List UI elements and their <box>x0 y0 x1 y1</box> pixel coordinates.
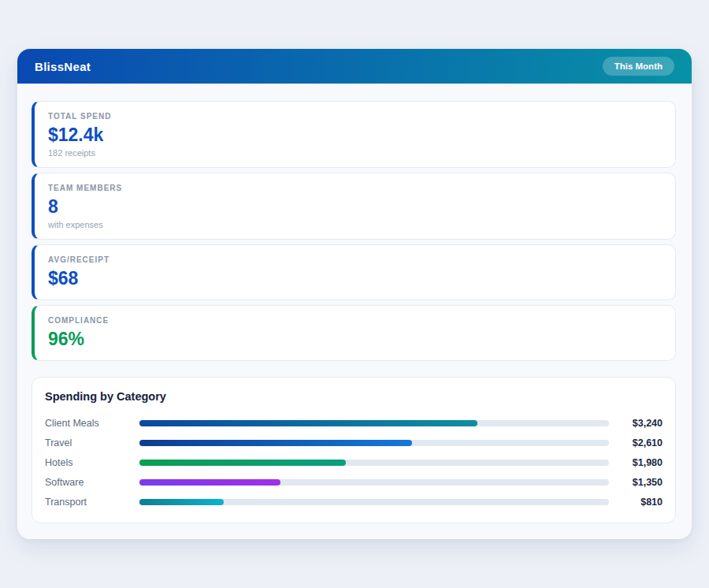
chart-row: Transport $810 <box>45 492 663 512</box>
stat-label: AVG/RECEIPT <box>48 255 662 264</box>
app-title: BlissNeat <box>35 60 91 73</box>
category-value: $3,240 <box>609 418 663 429</box>
dashboard-panel: BlissNeat This Month TOTAL SPEND $12.4k … <box>17 49 692 539</box>
category-value: $1,350 <box>609 477 663 488</box>
app-header: BlissNeat This Month <box>17 49 692 84</box>
bar-track <box>139 460 609 466</box>
category-value: $810 <box>609 497 663 508</box>
bar-fill <box>139 420 477 426</box>
stat-label: TEAM MEMBERS <box>48 184 662 192</box>
month-filter-badge[interactable]: This Month <box>603 57 674 76</box>
category-label: Travel <box>45 437 139 448</box>
chart-row: Hotels $1,980 <box>45 452 663 472</box>
dashboard-body: TOTAL SPEND $12.4k 182 receipts TEAM MEM… <box>17 84 692 539</box>
chart-row: Travel $2,610 <box>45 433 663 452</box>
category-value: $1,980 <box>609 457 663 468</box>
stat-card: TOTAL SPEND $12.4k 182 receipts <box>32 101 676 168</box>
spending-chart-card: Spending by Category Client Meals $3,240… <box>32 377 676 523</box>
category-label: Client Meals <box>45 418 139 429</box>
category-label: Software <box>45 477 139 488</box>
bar-fill <box>139 479 280 486</box>
category-label: Hotels <box>45 457 139 468</box>
bar-track <box>139 440 609 446</box>
chart-row: Client Meals $3,240 <box>45 413 663 433</box>
category-label: Transport <box>45 497 139 508</box>
category-value: $2,610 <box>609 437 663 448</box>
stat-card: AVG/RECEIPT $68 <box>32 244 676 300</box>
chart-title: Spending by Category <box>45 390 663 403</box>
stat-card: COMPLIANCE 96% <box>32 305 676 361</box>
bar-track <box>139 420 609 426</box>
stat-value: $68 <box>48 266 662 290</box>
stat-label: TOTAL SPEND <box>48 112 662 121</box>
bar-fill <box>139 499 224 505</box>
stat-subtext: with expenses <box>48 220 662 229</box>
stat-value: 8 <box>48 195 662 218</box>
bar-track <box>139 479 609 486</box>
stat-value: 96% <box>48 327 662 351</box>
chart-row: Software $1,350 <box>45 472 663 492</box>
bar-track <box>139 499 609 505</box>
bar-fill <box>139 440 412 446</box>
stat-card: TEAM MEMBERS 8 with expenses <box>32 173 676 240</box>
stat-subtext: 182 receipts <box>48 148 662 158</box>
stat-value: $12.4k <box>48 123 662 147</box>
bar-fill <box>139 460 346 466</box>
stat-label: COMPLIANCE <box>48 316 662 325</box>
